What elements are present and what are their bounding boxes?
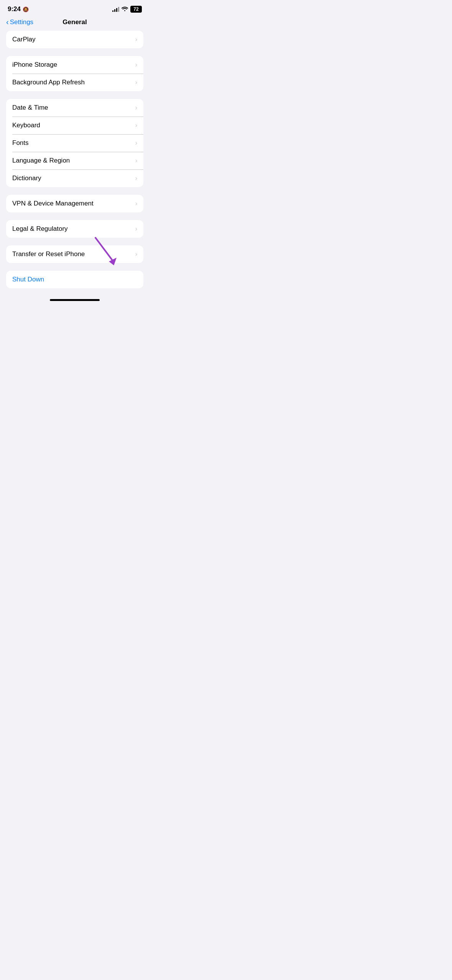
chevron-right-icon: ›: [135, 175, 137, 182]
chevron-left-icon: ‹: [6, 18, 9, 26]
shutdown-group: Shut Down: [6, 271, 143, 288]
chevron-right-icon: ›: [135, 36, 137, 43]
shutdown-label: Shut Down: [12, 276, 44, 283]
status-icons: 72: [112, 6, 142, 13]
transfer-group: Transfer or Reset iPhone ›: [6, 245, 143, 263]
language-region-item[interactable]: Language & Region ›: [6, 152, 143, 169]
language-region-label: Language & Region: [12, 157, 70, 164]
status-time: 9:24 🔕: [8, 5, 29, 13]
chevron-right-icon: ›: [135, 140, 137, 146]
fonts-label: Fonts: [12, 139, 29, 147]
dictionary-item[interactable]: Dictionary ›: [6, 169, 143, 187]
iphone-storage-item[interactable]: iPhone Storage ›: [6, 56, 143, 74]
bell-slash-icon: 🔕: [23, 7, 29, 12]
fonts-item[interactable]: Fonts ›: [6, 134, 143, 152]
wifi-icon: [122, 6, 128, 12]
carplay-group: CarPlay ›: [6, 31, 143, 48]
home-bar: [50, 299, 100, 301]
battery-level: 72: [133, 7, 138, 12]
chevron-right-icon: ›: [135, 61, 137, 68]
chevron-right-icon: ›: [135, 200, 137, 207]
chevron-right-icon: ›: [135, 251, 137, 258]
background-app-refresh-item[interactable]: Background App Refresh ›: [6, 74, 143, 91]
chevron-right-icon: ›: [135, 157, 137, 164]
page-title: General: [62, 18, 87, 26]
legal-group: Legal & Regulatory ›: [6, 220, 143, 238]
legal-label: Legal & Regulatory: [12, 225, 68, 233]
background-app-refresh-label: Background App Refresh: [12, 79, 85, 86]
date-time-item[interactable]: Date & Time ›: [6, 99, 143, 117]
back-button[interactable]: ‹ Settings: [6, 18, 33, 26]
storage-group: iPhone Storage › Background App Refresh …: [6, 56, 143, 91]
keyboard-item[interactable]: Keyboard ›: [6, 117, 143, 134]
shutdown-item[interactable]: Shut Down: [6, 271, 143, 288]
transfer-item[interactable]: Transfer or Reset iPhone ›: [6, 245, 143, 263]
iphone-storage-label: iPhone Storage: [12, 61, 57, 69]
datetime-group: Date & Time › Keyboard › Fonts › Languag…: [6, 99, 143, 187]
vpn-item[interactable]: VPN & Device Management ›: [6, 195, 143, 212]
settings-content: CarPlay › iPhone Storage › Background Ap…: [0, 31, 150, 288]
back-label: Settings: [10, 18, 33, 26]
signal-icon: [112, 7, 119, 12]
battery-icon: 72: [130, 6, 142, 13]
keyboard-label: Keyboard: [12, 122, 40, 129]
nav-bar: ‹ Settings General: [0, 15, 150, 31]
carplay-item[interactable]: CarPlay ›: [6, 31, 143, 48]
status-bar: 9:24 🔕 72: [0, 0, 150, 15]
chevron-right-icon: ›: [135, 122, 137, 129]
vpn-group: VPN & Device Management ›: [6, 195, 143, 212]
date-time-label: Date & Time: [12, 104, 48, 112]
time-display: 9:24: [8, 5, 21, 13]
carplay-label: CarPlay: [12, 36, 35, 43]
transfer-label: Transfer or Reset iPhone: [12, 250, 85, 258]
home-indicator: [0, 296, 150, 305]
chevron-right-icon: ›: [135, 104, 137, 111]
chevron-right-icon: ›: [135, 79, 137, 86]
dictionary-label: Dictionary: [12, 174, 41, 182]
transfer-section: Transfer or Reset iPhone ›: [6, 245, 143, 263]
legal-item[interactable]: Legal & Regulatory ›: [6, 220, 143, 238]
chevron-right-icon: ›: [135, 225, 137, 232]
vpn-label: VPN & Device Management: [12, 200, 94, 207]
